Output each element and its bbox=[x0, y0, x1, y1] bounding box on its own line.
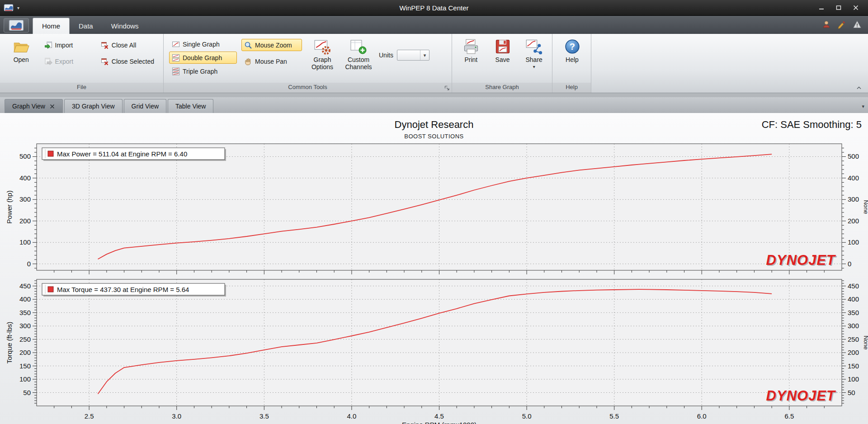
window-title: WinPEP 8 Data Center bbox=[0, 0, 868, 16]
single-graph-label: Single Graph bbox=[183, 41, 220, 48]
open-label: Open bbox=[14, 57, 29, 64]
quick-access-caret-icon[interactable]: ▾ bbox=[17, 5, 19, 10]
ribbon-tab-home[interactable]: Home bbox=[33, 18, 70, 34]
import-label: Import bbox=[55, 42, 73, 49]
svg-text:450: 450 bbox=[848, 282, 859, 290]
svg-text:None: None bbox=[863, 200, 868, 214]
svg-text:Torque (ft-lbs): Torque (ft-lbs) bbox=[5, 322, 13, 364]
tab-close-icon[interactable] bbox=[49, 104, 55, 109]
svg-text:150: 150 bbox=[848, 362, 859, 370]
close-all-button[interactable]: Close All bbox=[98, 39, 159, 51]
svg-text:5.5: 5.5 bbox=[609, 412, 619, 420]
minimize-button[interactable] bbox=[813, 2, 830, 13]
mouse-zoom-icon bbox=[244, 41, 252, 49]
ribbon-tab-data[interactable]: Data bbox=[70, 18, 102, 34]
charts-canvas[interactable]: 00100100200200300300400400500500Power (h… bbox=[0, 113, 868, 424]
graph-options-label: Graph Options bbox=[307, 57, 338, 71]
svg-text:0: 0 bbox=[27, 260, 31, 268]
units-caret-icon: ▾ bbox=[420, 50, 429, 60]
custom-channels-button[interactable]: Custom Channels bbox=[343, 37, 374, 72]
save-button[interactable]: Save bbox=[489, 37, 516, 65]
svg-text:350: 350 bbox=[848, 309, 859, 316]
svg-text:300: 300 bbox=[848, 195, 859, 203]
svg-text:DYNOJET: DYNOJET bbox=[766, 252, 836, 268]
file-menu-logo-icon bbox=[9, 20, 24, 31]
svg-text:3.5: 3.5 bbox=[259, 412, 269, 420]
open-button[interactable]: Open bbox=[5, 37, 37, 65]
mouse-zoom-button[interactable]: Mouse Zoom bbox=[241, 39, 302, 51]
close-selected-icon bbox=[101, 57, 109, 66]
ribbon-tab-windows[interactable]: Windows bbox=[102, 18, 148, 34]
svg-text:0: 0 bbox=[848, 260, 851, 268]
svg-text:100: 100 bbox=[19, 375, 31, 383]
print-button[interactable]: Print bbox=[458, 37, 485, 65]
graph-options-icon bbox=[314, 38, 331, 55]
svg-text:350: 350 bbox=[19, 309, 31, 316]
single-graph-button[interactable]: Single Graph bbox=[169, 38, 237, 50]
svg-text:250: 250 bbox=[848, 335, 859, 343]
svg-text:Engine RPM (rpmx1000): Engine RPM (rpmx1000) bbox=[402, 421, 476, 424]
share-caret-icon: ▾ bbox=[533, 65, 535, 69]
open-folder-icon bbox=[13, 38, 30, 55]
custom-channels-icon bbox=[350, 38, 367, 55]
svg-text:3.0: 3.0 bbox=[172, 412, 181, 420]
file-group: Open Import Export bbox=[0, 34, 164, 93]
double-graph-label: Double Graph bbox=[183, 54, 222, 61]
svg-text:5.0: 5.0 bbox=[522, 412, 532, 420]
tab-3d-graph-view[interactable]: 3D Graph View bbox=[64, 99, 123, 113]
app-logo-icon[interactable] bbox=[4, 3, 14, 12]
svg-text:None: None bbox=[863, 335, 868, 349]
svg-text:DYNOJET: DYNOJET bbox=[766, 388, 836, 404]
tab-list-caret-icon[interactable]: ▾ bbox=[862, 104, 864, 109]
units-dropdown[interactable]: ▾ bbox=[397, 50, 429, 61]
triple-graph-button[interactable]: Triple Graph bbox=[169, 65, 237, 77]
file-menu-button[interactable] bbox=[4, 18, 29, 33]
double-graph-button[interactable]: Double Graph bbox=[169, 52, 237, 64]
close-button[interactable] bbox=[847, 2, 864, 13]
graph-options-button[interactable]: Graph Options bbox=[307, 37, 338, 72]
svg-text:6.0: 6.0 bbox=[697, 412, 707, 420]
save-icon bbox=[494, 38, 511, 55]
dialog-launcher-icon[interactable] bbox=[444, 85, 450, 91]
share-label: Share bbox=[526, 57, 542, 64]
brush-icon[interactable] bbox=[837, 20, 846, 29]
tab-graph-view-label: Graph View bbox=[12, 103, 45, 110]
help-group: ? Help Help bbox=[552, 34, 591, 93]
file-group-label: File bbox=[0, 83, 163, 93]
svg-text:Max Power = 511.04 at Engine R: Max Power = 511.04 at Engine RPM = 6.40 bbox=[57, 150, 187, 158]
triple-graph-label: Triple Graph bbox=[183, 68, 217, 75]
import-button[interactable]: Import bbox=[42, 39, 94, 51]
ribbon: Open Import Export bbox=[0, 34, 868, 93]
svg-text:500: 500 bbox=[19, 152, 31, 160]
svg-text:400: 400 bbox=[848, 174, 859, 182]
help-group-label: Help bbox=[552, 83, 591, 93]
maximize-icon bbox=[836, 5, 841, 10]
import-icon bbox=[44, 41, 52, 49]
svg-text:100: 100 bbox=[848, 375, 859, 383]
window-background-strip bbox=[0, 93, 868, 97]
tab-grid-view[interactable]: Grid View bbox=[124, 99, 166, 113]
svg-text:Max Torque = 437.30 at Engine: Max Torque = 437.30 at Engine RPM = 5.64 bbox=[57, 286, 189, 293]
user-icon[interactable] bbox=[822, 20, 831, 29]
svg-text:?: ? bbox=[569, 42, 575, 52]
share-button[interactable]: Share ▾ bbox=[520, 37, 547, 71]
tab-table-view[interactable]: Table View bbox=[168, 99, 213, 113]
double-graph-icon bbox=[172, 54, 180, 62]
svg-text:100: 100 bbox=[19, 238, 31, 246]
svg-text:200: 200 bbox=[19, 217, 31, 225]
close-selected-label: Close Selected bbox=[112, 58, 154, 65]
save-label: Save bbox=[495, 57, 510, 64]
help-button[interactable]: ? Help bbox=[558, 37, 586, 65]
alert-icon[interactable] bbox=[853, 20, 862, 29]
document-tab-bar: Graph View 3D Graph View Grid View Table… bbox=[0, 97, 868, 113]
ribbon-collapse-icon[interactable] bbox=[855, 84, 863, 91]
close-selected-button[interactable]: Close Selected bbox=[98, 55, 159, 67]
export-icon bbox=[44, 57, 52, 66]
svg-text:400: 400 bbox=[19, 295, 31, 303]
mouse-pan-button[interactable]: Mouse Pan bbox=[241, 55, 302, 67]
minimize-icon bbox=[819, 5, 824, 10]
maximize-button[interactable] bbox=[830, 2, 847, 13]
svg-text:6.5: 6.5 bbox=[784, 412, 794, 420]
tab-graph-view[interactable]: Graph View bbox=[5, 99, 63, 113]
svg-text:4.0: 4.0 bbox=[347, 412, 356, 420]
